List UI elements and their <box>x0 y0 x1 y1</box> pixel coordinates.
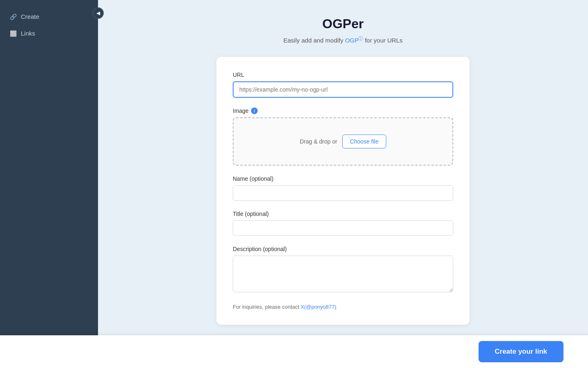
inquiry-text: For inquiries, please contact X(@ponyo87… <box>233 304 453 310</box>
ogp-link[interactable]: OGP <box>345 37 359 44</box>
sidebar-collapse-button[interactable]: ◀ <box>92 7 104 19</box>
subtitle-after: for your URLs <box>363 37 403 44</box>
image-dropzone[interactable]: Drag & drop or Choose file <box>233 117 453 166</box>
url-input[interactable] <box>233 81 453 98</box>
sidebar-item-create-label: Create <box>21 13 39 20</box>
name-label: Name (optional) <box>233 175 453 182</box>
choose-file-button[interactable]: Choose file <box>342 135 386 148</box>
name-input[interactable] <box>233 185 453 201</box>
page-subtitle: Easily add and modify OGPⓘ for your URLs <box>283 36 403 44</box>
image-label: Image i <box>233 108 453 114</box>
page-title: OGPer <box>322 16 363 31</box>
title-label: Title (optional) <box>233 211 453 217</box>
links-icon: ⬜ <box>10 30 17 37</box>
subtitle-before: Easily add and modify <box>283 37 345 44</box>
bottom-bar: Create your link <box>0 335 588 368</box>
description-label: Description (optional) <box>233 246 453 252</box>
image-field-group: Image i Drag & drop or Choose file <box>233 108 453 166</box>
sidebar-item-links[interactable]: ⬜ Links <box>0 25 98 42</box>
sidebar-item-links-label: Links <box>21 30 35 37</box>
create-icon: 🔗 <box>10 13 17 20</box>
description-field-group: Description (optional) <box>233 246 453 294</box>
create-link-button[interactable]: Create your link <box>479 341 564 362</box>
url-field-group: URL <box>233 72 453 98</box>
main-content: OGPer Easily add and modify OGPⓘ for you… <box>98 0 588 368</box>
title-field-group: Title (optional) <box>233 211 453 236</box>
sidebar-item-create[interactable]: 🔗 Create <box>0 8 98 25</box>
title-input[interactable] <box>233 220 453 236</box>
form-card: URL Image i Drag & drop or Choose file N… <box>216 57 470 325</box>
name-field-group: Name (optional) <box>233 175 453 201</box>
subtitle-info: ⓘ <box>359 36 363 41</box>
collapse-arrow-icon: ◀ <box>96 10 100 16</box>
inquiry-link[interactable]: X(@ponyo877) <box>301 304 336 310</box>
image-info-icon[interactable]: i <box>251 108 258 114</box>
url-label: URL <box>233 72 453 78</box>
description-input[interactable] <box>233 256 453 292</box>
drag-drop-text: Drag & drop or <box>300 138 337 145</box>
sidebar: ◀ 🔗 Create ⬜ Links <box>0 0 98 368</box>
